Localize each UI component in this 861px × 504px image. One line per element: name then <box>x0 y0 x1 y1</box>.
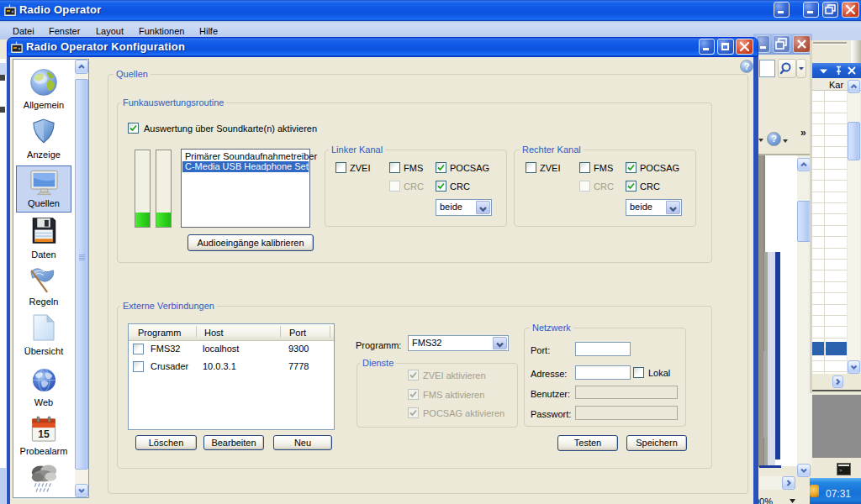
svg-text:15: 15 <box>38 428 50 440</box>
